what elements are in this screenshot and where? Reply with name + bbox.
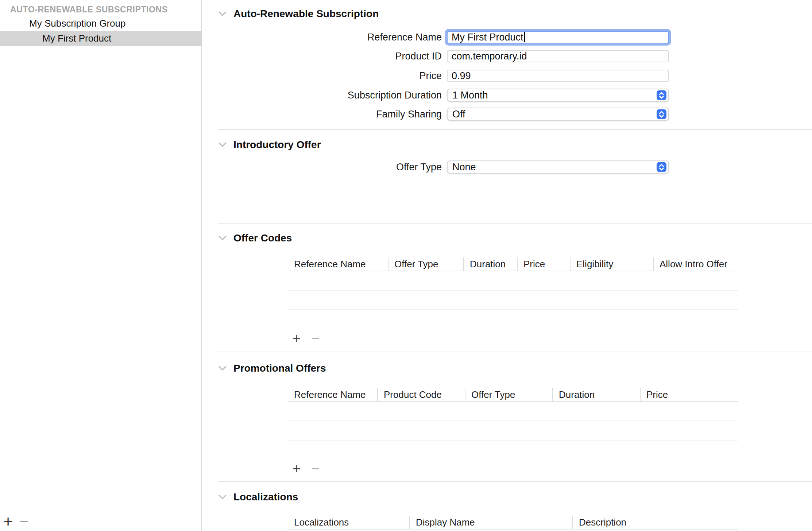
chevron-down-icon[interactable] <box>218 236 227 241</box>
promotional-offers-actions: + − <box>289 459 323 478</box>
section-divider <box>218 223 812 224</box>
table-row <box>288 291 738 310</box>
column-header[interactable]: Allow Intro Offer <box>653 257 738 271</box>
column-header[interactable]: Price <box>640 388 738 401</box>
product-id-value: com.temporary.id <box>452 51 527 62</box>
field-label-price: Price <box>202 70 442 82</box>
localizations-table: Localizations Display Name Description <box>288 516 738 530</box>
field-label-reference-name: Reference Name <box>202 32 442 43</box>
field-label-family-sharing: Family Sharing <box>202 109 442 120</box>
section-header-localizations: Localizations <box>218 490 298 504</box>
product-id-input[interactable]: com.temporary.id <box>447 50 669 62</box>
subscription-duration-select[interactable]: 1 Month <box>447 89 669 102</box>
sidebar-item-my-first-product[interactable]: My First Product <box>0 31 201 46</box>
section-header-promotional-offers: Promotional Offers <box>218 361 326 375</box>
column-header[interactable]: Product Code <box>377 388 465 401</box>
section-title: Promotional Offers <box>233 363 326 374</box>
table-row <box>288 421 738 441</box>
reference-name-input[interactable]: My First Product <box>447 31 669 43</box>
field-label-subscription-duration: Subscription Duration <box>202 90 442 101</box>
offer-codes-table-header: Reference Name Offer Type Duration Price… <box>288 257 738 271</box>
price-input[interactable]: 0.99 <box>447 70 669 82</box>
field-label-offer-type: Offer Type <box>202 162 442 173</box>
popup-stepper-icon <box>657 162 666 172</box>
column-header[interactable]: Reference Name <box>288 388 377 401</box>
popup-stepper-icon <box>657 90 666 100</box>
table-row <box>288 271 738 291</box>
field-label-product-id: Product ID <box>202 51 442 62</box>
chevron-down-icon[interactable] <box>218 495 227 500</box>
sidebar-add-button[interactable]: + <box>0 513 16 530</box>
column-header[interactable]: Price <box>517 257 570 271</box>
sidebar-group-header: AUTO-RENEWABLE SUBSCRIPTIONS <box>10 5 168 15</box>
offer-type-value: None <box>452 162 476 173</box>
column-header[interactable]: Duration <box>463 257 517 271</box>
section-divider <box>218 129 812 130</box>
family-sharing-value: Off <box>452 109 465 120</box>
offer-codes-add-button[interactable]: + <box>289 329 304 348</box>
offer-type-select[interactable]: None <box>447 160 669 174</box>
section-header-offer-codes: Offer Codes <box>218 231 292 245</box>
column-header[interactable]: Offer Type <box>465 388 552 401</box>
offer-codes-actions: + − <box>289 329 323 348</box>
promotional-offers-table-header: Reference Name Product Code Offer Type D… <box>288 388 738 402</box>
sidebar-item-subscription-group[interactable]: My Subscription Group <box>0 16 201 31</box>
promotional-offers-remove-button[interactable]: − <box>308 459 323 478</box>
section-header-introductory-offer: Introductory Offer <box>218 138 321 152</box>
table-row <box>288 402 738 421</box>
section-header-auto-renewable: Auto-Renewable Subscription <box>218 7 379 21</box>
sidebar-remove-button[interactable]: − <box>16 513 32 530</box>
offer-codes-table: Reference Name Offer Type Duration Price… <box>288 257 738 310</box>
section-title: Auto-Renewable Subscription <box>233 8 379 20</box>
family-sharing-select[interactable]: Off <box>447 108 669 121</box>
column-header[interactable]: Localizations <box>288 516 409 529</box>
column-header[interactable]: Display Name <box>409 516 572 529</box>
chevron-down-icon[interactable] <box>218 11 227 16</box>
column-header[interactable]: Description <box>572 516 738 529</box>
section-title: Offer Codes <box>233 232 292 244</box>
sidebar: AUTO-RENEWABLE SUBSCRIPTIONS My Subscrip… <box>0 0 202 531</box>
price-value: 0.99 <box>452 70 471 82</box>
column-header[interactable]: Reference Name <box>288 257 388 271</box>
section-divider <box>218 481 812 482</box>
column-header[interactable]: Offer Type <box>388 257 463 271</box>
chevron-down-icon[interactable] <box>218 142 227 147</box>
section-title: Introductory Offer <box>233 139 321 151</box>
column-header[interactable]: Duration <box>552 388 640 401</box>
popup-stepper-icon <box>657 109 666 119</box>
offer-codes-remove-button[interactable]: − <box>308 329 323 348</box>
editor-pane: Auto-Renewable Subscription Reference Na… <box>202 0 812 531</box>
promotional-offers-add-button[interactable]: + <box>289 459 304 478</box>
section-title: Localizations <box>233 491 298 503</box>
reference-name-value: My First Product <box>452 32 523 43</box>
localizations-table-header: Localizations Display Name Description <box>288 516 738 530</box>
column-header[interactable]: Eligibility <box>570 257 653 271</box>
promotional-offers-table: Reference Name Product Code Offer Type D… <box>288 388 738 441</box>
subscription-duration-value: 1 Month <box>452 90 488 101</box>
text-cursor <box>524 32 525 42</box>
chevron-down-icon[interactable] <box>218 366 227 371</box>
section-divider <box>218 352 812 352</box>
